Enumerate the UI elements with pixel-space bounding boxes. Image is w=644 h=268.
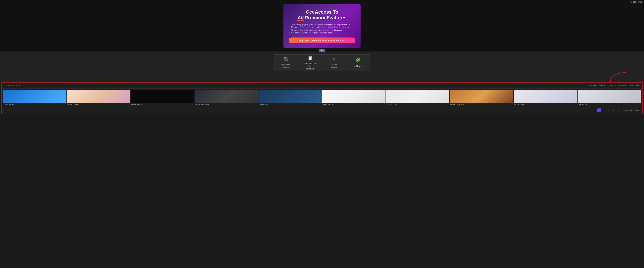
module-label: Home-flowers bbox=[67, 103, 130, 106]
module-thumbnail bbox=[3, 90, 66, 103]
top-bar: ✕ Close News bbox=[626, 0, 644, 4]
module-label: slider-posters1 bbox=[3, 103, 66, 106]
module-label: Home-corporate bbox=[450, 103, 513, 106]
show-all-modules-button[interactable]: Show all Modules ▼ bbox=[608, 85, 627, 87]
module-card[interactable]: Home-construction bbox=[386, 90, 450, 106]
modules-grid: slider-posters1Home-flowersHome-watchHom… bbox=[2, 89, 642, 107]
page-1-button[interactable]: 1 bbox=[597, 108, 601, 112]
module-label: agency-slider bbox=[322, 103, 386, 106]
new-template-label: New Module from Template bbox=[304, 62, 316, 70]
module-thumbnail bbox=[67, 90, 130, 103]
new-blank-module-button[interactable]: 🎬 New Blank Module bbox=[274, 54, 298, 71]
upgrade-button[interactable]: Upgrade To Premium Slider Revolution NOW bbox=[288, 38, 356, 43]
manual-import-button[interactable]: ⬆ Manual Import bbox=[322, 54, 346, 71]
banner-title-suffix: Premium Features bbox=[305, 15, 346, 21]
modules-section: Sort by Creation ▼ Show all Modules ▼ Ad… bbox=[2, 82, 642, 114]
page-2-button[interactable]: 2 bbox=[602, 108, 606, 112]
new-template-icon: 📋 bbox=[308, 56, 313, 60]
page-4-button[interactable]: 4 bbox=[612, 108, 615, 112]
manual-import-label: Manual Import bbox=[328, 63, 340, 69]
feature-item: Always update to the latest plugin versi… bbox=[288, 29, 356, 32]
addons-button[interactable]: 🧩 AddOns bbox=[346, 54, 370, 71]
banner-title-prefix: Get Access To bbox=[306, 9, 338, 15]
module-thumbnail bbox=[322, 90, 386, 103]
module-label: Home-construction bbox=[386, 103, 450, 106]
close-news-button[interactable]: ✕ Close News bbox=[629, 1, 642, 3]
module-card[interactable]: Home-shoes bbox=[514, 90, 577, 106]
module-label: Home-cars bbox=[258, 103, 322, 106]
new-blank-icon: 🎬 bbox=[284, 57, 289, 62]
add-folder-button[interactable]: Add Folder bbox=[630, 85, 640, 87]
plus-badge: +1 bbox=[319, 49, 325, 52]
addons-label: AddOns bbox=[354, 65, 362, 67]
feature-item: 250+ cutting-edge templates to nail that… bbox=[288, 23, 356, 26]
module-thumbnail bbox=[386, 90, 450, 103]
actions-section: +1 🎬 New Blank Module 📋 New Module from … bbox=[0, 52, 644, 71]
module-card[interactable]: Home-dark bbox=[578, 90, 641, 106]
feature-item: 25+ special effects addons that will tak… bbox=[288, 26, 356, 29]
module-thumbnail bbox=[131, 90, 194, 103]
new-blank-label: New Blank Module bbox=[280, 63, 292, 69]
per-page-label: Show 10 Per Page bbox=[623, 109, 640, 111]
module-label: Home-watch bbox=[131, 103, 194, 106]
module-card[interactable]: Home-cars bbox=[258, 90, 322, 106]
feature-item: Get technical help from our qualified su… bbox=[288, 32, 356, 34]
search-modules-input[interactable] bbox=[4, 84, 60, 87]
modules-header: Sort by Creation ▼ Show all Modules ▼ Ad… bbox=[2, 83, 642, 89]
addons-icon: 🧩 bbox=[356, 58, 360, 63]
sort-by-creation-button[interactable]: Sort by Creation ▼ bbox=[588, 85, 606, 87]
module-card[interactable]: slider-posters1 bbox=[3, 90, 66, 106]
banner-title-italic: All bbox=[298, 15, 304, 21]
modules-footer: 12345Show 10 Per Page bbox=[2, 107, 642, 114]
module-label: Home-shoes bbox=[514, 103, 577, 106]
module-card[interactable]: Home-corporate bbox=[450, 90, 513, 106]
banner-title: Get Access To All Premium Features bbox=[288, 9, 356, 21]
page-3-button[interactable]: 3 bbox=[607, 108, 610, 112]
module-label: Home-hero-slider bbox=[195, 103, 258, 106]
module-thumbnail bbox=[195, 90, 258, 103]
red-arrow-icon bbox=[607, 72, 629, 82]
module-card[interactable]: Home-flowers bbox=[67, 90, 130, 106]
module-card[interactable]: agency-slider bbox=[322, 90, 386, 106]
arrow-section bbox=[0, 71, 644, 82]
module-card[interactable]: Home-watch bbox=[131, 90, 194, 106]
module-thumbnail bbox=[450, 90, 513, 103]
module-thumbnail bbox=[578, 90, 641, 103]
banner-section: Get Access To All Premium Features 250+ … bbox=[0, 0, 644, 52]
banner-features-list: 250+ cutting-edge templates to nail that… bbox=[288, 23, 356, 34]
action-buttons: 🎬 New Blank Module 📋 New Module from Tem… bbox=[274, 54, 370, 71]
module-card[interactable]: Home-hero-slider bbox=[195, 90, 258, 106]
new-template-module-button[interactable]: 📋 New Module from Template bbox=[298, 54, 322, 71]
module-label: Home-dark bbox=[578, 103, 641, 106]
module-thumbnail bbox=[514, 90, 577, 103]
module-thumbnail bbox=[258, 90, 322, 103]
banner-card: Get Access To All Premium Features 250+ … bbox=[284, 4, 360, 48]
manual-import-icon: ⬆ bbox=[332, 57, 336, 62]
modules-header-controls: Sort by Creation ▼ Show all Modules ▼ Ad… bbox=[588, 85, 640, 87]
page-5-button[interactable]: 5 bbox=[616, 108, 620, 112]
